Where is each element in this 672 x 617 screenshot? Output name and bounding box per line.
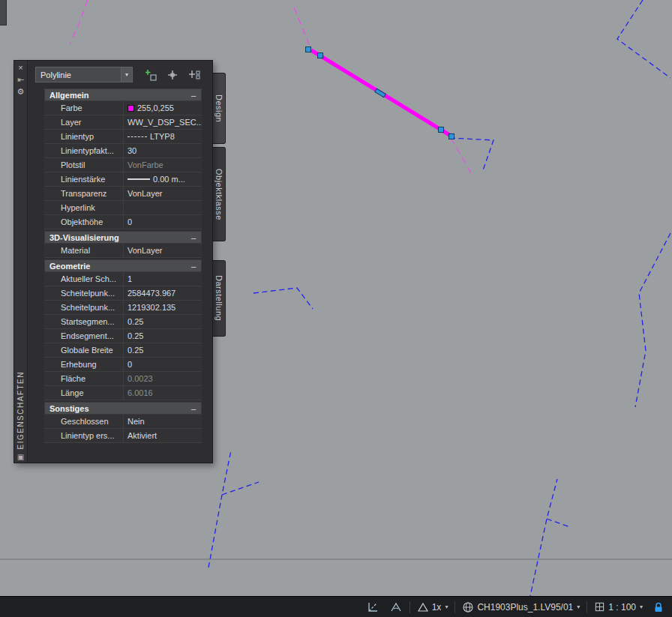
property-value[interactable]: Aktiviert: [123, 429, 202, 442]
section-header[interactable]: Geometrie–: [44, 259, 202, 272]
dashed-line-glyph-icon: [128, 136, 147, 137]
property-label: Farbe: [44, 101, 123, 115]
chevron-down-icon: ▾: [445, 604, 448, 610]
section-header[interactable]: Allgemein–: [44, 88, 202, 101]
view-scale-value: 1 : 100: [608, 602, 636, 613]
chevron-down-icon[interactable]: ▾: [121, 67, 132, 82]
property-value[interactable]: 0: [123, 358, 202, 371]
section-header[interactable]: 3D-Visualisierung–: [44, 231, 202, 244]
property-label: Objekthöhe: [44, 215, 123, 229]
annotation-scale-value: 1x: [432, 602, 442, 613]
side-tab-objektklasse[interactable]: Objektklasse: [213, 147, 226, 241]
isodraft-button[interactable]: [386, 599, 406, 616]
pickadd-toggle-button[interactable]: [143, 68, 158, 82]
blue-dashed-line[interactable]: [635, 233, 670, 407]
property-value[interactable]: 2584473.967: [123, 286, 202, 300]
property-value[interactable]: VonLayer: [123, 187, 202, 200]
close-icon[interactable]: ×: [16, 63, 26, 73]
collapse-icon[interactable]: –: [189, 91, 198, 100]
property-value[interactable]: LTYP8: [123, 130, 202, 143]
quick-select-icon: [188, 69, 200, 81]
lock-button[interactable]: [650, 599, 668, 616]
property-value[interactable]: 255,0,255: [123, 101, 202, 115]
palette-toolbar: Polylinie ▾: [35, 67, 202, 82]
property-value[interactable]: VonLayer: [123, 244, 202, 257]
property-value[interactable]: VonFarbe: [123, 158, 202, 172]
magenta-dashed-line[interactable]: [294, 7, 310, 48]
magenta-dashed-line[interactable]: [451, 138, 473, 177]
blue-dashed-line[interactable]: [222, 482, 259, 495]
property-label: Linientyp ers...: [44, 429, 123, 442]
value-text: VonLayer: [128, 189, 162, 198]
value-text: VonFarbe: [128, 160, 164, 169]
magenta-dashed-line[interactable]: [70, 0, 88, 43]
property-label: Plotstil: [44, 158, 123, 172]
value-text: 0.25: [128, 331, 143, 340]
display-icon[interactable]: ▣: [17, 453, 24, 461]
object-type-select[interactable]: Polylinie ▾: [35, 67, 133, 82]
property-row: Endsegment...0.25: [44, 329, 202, 343]
property-value[interactable]: 0.25: [123, 329, 202, 343]
property-label: Startsegmen...: [44, 315, 123, 328]
property-value[interactable]: [123, 201, 202, 214]
snap-tracking-button[interactable]: [363, 599, 382, 616]
property-label: Layer: [44, 115, 123, 129]
blue-dashed-line[interactable]: [617, 0, 670, 78]
side-tab-darstellung[interactable]: Darstellung: [213, 260, 226, 337]
vertex-grip[interactable]: [449, 134, 454, 139]
property-row: LayerWW_V_DSP_SEC...: [44, 115, 202, 130]
section-header[interactable]: Sonstiges–: [44, 402, 202, 415]
property-row: Aktueller Sch...1: [44, 272, 202, 286]
vertex-grip[interactable]: [439, 127, 444, 133]
property-value[interactable]: 0.25: [123, 315, 202, 328]
property-value[interactable]: 0: [123, 215, 202, 229]
collapse-icon[interactable]: –: [189, 233, 198, 242]
annotation-scale-icon: [417, 601, 429, 613]
blue-dashed-line[interactable]: [254, 288, 313, 309]
property-value[interactable]: 1: [123, 272, 202, 286]
property-row: Linienstärke0.00 m...: [44, 172, 202, 187]
value-text: 0.0023: [128, 374, 153, 383]
property-value[interactable]: WW_V_DSP_SEC...: [123, 115, 202, 129]
property-value[interactable]: 0.25: [123, 343, 202, 357]
value-text: VonLayer: [128, 246, 162, 255]
vertex-grip[interactable]: [318, 53, 323, 58]
blue-dashed-line[interactable]: [450, 138, 494, 170]
palette-title-bar[interactable]: × ⇤ ⚙ EIGENSCHAFTEN ▣: [14, 61, 28, 463]
property-row: PlotstilVonFarbe: [44, 158, 202, 172]
property-label: Endsegment...: [44, 329, 123, 343]
quick-select-button[interactable]: [187, 68, 202, 82]
property-row: TransparenzVonLayer: [44, 187, 202, 201]
midpoint-grip[interactable]: [375, 88, 386, 97]
value-text: 2584473.967: [128, 289, 176, 298]
autohide-icon[interactable]: ⇤: [16, 75, 26, 85]
blue-dashed-line[interactable]: [208, 451, 231, 568]
property-value[interactable]: 0.0023: [123, 372, 202, 385]
property-label: Erhebung: [44, 358, 123, 371]
property-value[interactable]: Nein: [123, 415, 202, 428]
property-row: Fläche0.0023: [44, 372, 202, 386]
coordinate-system-button[interactable]: CH1903Plus_1.LV95/01 ▾: [459, 599, 583, 616]
collapse-icon[interactable]: –: [189, 262, 198, 271]
property-row: Objekthöhe0: [44, 215, 202, 229]
blue-dashed-line[interactable]: [547, 519, 570, 527]
select-objects-icon: [166, 69, 178, 81]
property-label: Länge: [44, 386, 123, 400]
collapse-icon[interactable]: –: [189, 404, 198, 413]
property-value[interactable]: 30: [123, 144, 202, 157]
view-scale-button[interactable]: 1 : 100 ▾: [591, 599, 646, 616]
property-value[interactable]: 1219302.135: [123, 301, 202, 314]
property-value[interactable]: 6.0016: [123, 386, 202, 400]
property-row: Scheitelpunk...1219302.135: [44, 301, 202, 315]
annotation-scale-button[interactable]: 1x ▾: [414, 599, 452, 616]
chevron-down-icon: ▾: [640, 604, 643, 610]
solid-line-glyph-icon: [128, 178, 150, 180]
statusbar-separator: [454, 601, 455, 613]
object-type-value: Polylinie: [36, 70, 121, 79]
side-tab-design[interactable]: Design: [213, 73, 226, 144]
vertex-grip[interactable]: [306, 47, 311, 52]
property-value[interactable]: 0.00 m...: [123, 172, 202, 186]
select-objects-button[interactable]: [165, 68, 180, 82]
docked-panel-edge: [0, 0, 7, 25]
gear-icon[interactable]: ⚙: [16, 87, 26, 97]
